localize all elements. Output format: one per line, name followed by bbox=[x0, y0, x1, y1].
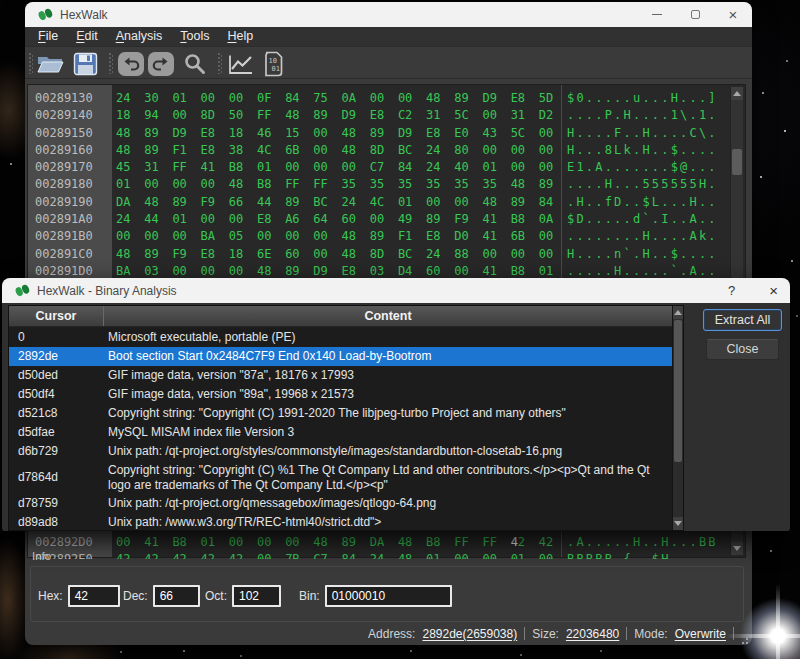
hex-byte[interactable]: 48 bbox=[426, 90, 454, 107]
ascii-text[interactable]: ....P.H....1\.1. bbox=[567, 107, 718, 124]
hex-byte[interactable]: 24 bbox=[116, 211, 144, 228]
hex-byte[interactable]: 01 bbox=[257, 159, 285, 176]
menu-item-tools[interactable]: Tools bbox=[171, 27, 218, 46]
hex-row[interactable]: 0028913024300100000F84750A00004889D9E85D… bbox=[28, 90, 731, 107]
hex-bytes[interactable]: 24300100000F84750A00004889D9E85D bbox=[116, 90, 567, 107]
hex-byte[interactable]: 31 bbox=[511, 107, 539, 124]
hex-byte[interactable]: FF bbox=[454, 534, 482, 551]
hex-byte[interactable]: 89 bbox=[454, 90, 482, 107]
hex-byte[interactable]: 00 bbox=[172, 176, 200, 193]
search-button[interactable] bbox=[180, 51, 210, 77]
hex-byte[interactable]: 7B bbox=[285, 551, 313, 559]
hex-byte[interactable]: 31 bbox=[426, 107, 454, 124]
hex-byte[interactable]: 00 bbox=[201, 176, 229, 193]
hex-byte[interactable]: 66 bbox=[229, 194, 257, 211]
hex-byte[interactable]: 24 bbox=[342, 194, 370, 211]
menu-item-analysis[interactable]: Analysis bbox=[107, 27, 172, 46]
hex-byte[interactable]: 38 bbox=[229, 142, 257, 159]
hex-byte[interactable]: 5C bbox=[454, 107, 482, 124]
resize-grip[interactable] bbox=[746, 638, 748, 640]
hex-bytes[interactable]: 2444010000E8A66460004989F941B80A bbox=[116, 211, 567, 228]
hex-byte[interactable]: C7 bbox=[313, 551, 341, 559]
hex-byte[interactable]: C7 bbox=[370, 159, 398, 176]
hex-byte[interactable]: 18 bbox=[229, 125, 257, 142]
analysis-row[interactable]: d7864dCopyright string: "Copyright (C) %… bbox=[9, 461, 672, 494]
hex-byte[interactable]: 00 bbox=[482, 246, 510, 263]
hex-byte[interactable]: 35 bbox=[398, 176, 426, 193]
ascii-text[interactable]: H....n`.H..$.... bbox=[567, 246, 718, 263]
close-dialog-button[interactable]: Close bbox=[706, 339, 779, 360]
hex-byte[interactable]: 48 bbox=[342, 125, 370, 142]
redo-button[interactable] bbox=[147, 51, 175, 77]
size-value[interactable]: 22036480 bbox=[566, 627, 619, 641]
open-file-button[interactable] bbox=[35, 51, 65, 77]
hex-byte[interactable]: 01 bbox=[426, 551, 454, 559]
hex-row[interactable]: 002891C04889F9E8186E6000488DBC2488000000… bbox=[28, 246, 731, 263]
hex-byte[interactable]: 60 bbox=[285, 246, 313, 263]
hex-row[interactable]: 002891704531FF41B801000000C7842440010000… bbox=[28, 159, 731, 176]
maximize-button[interactable] bbox=[676, 2, 714, 27]
toolbar-handle[interactable] bbox=[109, 53, 113, 74]
hex-byte[interactable]: C2 bbox=[398, 107, 426, 124]
hex-byte[interactable]: 6B bbox=[285, 142, 313, 159]
hex-byte[interactable]: 46 bbox=[257, 125, 285, 142]
hex-byte[interactable]: 84 bbox=[285, 90, 313, 107]
hex-byte[interactable]: E8 bbox=[426, 125, 454, 142]
hex-byte[interactable]: 00 bbox=[172, 107, 200, 124]
hex-byte[interactable]: 35 bbox=[342, 176, 370, 193]
hex-byte[interactable]: 00 bbox=[313, 228, 341, 245]
hex-byte[interactable]: 42 bbox=[229, 551, 257, 559]
hex-byte[interactable]: 31 bbox=[144, 159, 172, 176]
hex-byte[interactable]: 64 bbox=[313, 211, 341, 228]
hex-byte[interactable]: 50 bbox=[229, 107, 257, 124]
hex-byte[interactable]: 05 bbox=[229, 228, 257, 245]
hex-byte[interactable]: F1 bbox=[172, 142, 200, 159]
hex-byte[interactable]: 00 bbox=[482, 107, 510, 124]
hex-byte[interactable]: 48 bbox=[342, 228, 370, 245]
hex-byte[interactable]: 48 bbox=[342, 142, 370, 159]
hex-byte[interactable]: 89 bbox=[172, 194, 200, 211]
hex-byte[interactable]: 01 bbox=[201, 534, 229, 551]
hex-byte[interactable]: 0A bbox=[539, 211, 567, 228]
menu-item-file[interactable]: File bbox=[29, 27, 67, 46]
address-value[interactable]: 2892de(2659038) bbox=[422, 627, 517, 641]
hex-byte[interactable]: 89 bbox=[511, 194, 539, 211]
ascii-text[interactable]: H....F..H....C\. bbox=[567, 125, 718, 142]
hex-byte[interactable]: 24 bbox=[116, 90, 144, 107]
info-field-input[interactable]: 66 bbox=[153, 585, 200, 607]
hex-byte[interactable]: E8 bbox=[426, 228, 454, 245]
cursor-nibble[interactable]: 4 bbox=[511, 535, 518, 549]
hex-byte[interactable]: 42 bbox=[116, 551, 144, 559]
mode-value[interactable]: Overwrite bbox=[675, 627, 726, 641]
hex-byte[interactable]: E8 bbox=[201, 142, 229, 159]
hex-byte[interactable]: 00 bbox=[285, 534, 313, 551]
hex-byte[interactable]: 48 bbox=[342, 246, 370, 263]
hex-byte[interactable]: 24 bbox=[370, 551, 398, 559]
hex-byte[interactable]: 42 bbox=[511, 534, 539, 551]
scroll-down-icon[interactable] bbox=[673, 517, 683, 530]
hex-byte[interactable]: 24 bbox=[426, 246, 454, 263]
hex-byte[interactable]: 00 bbox=[313, 159, 341, 176]
hex-byte[interactable]: 00 bbox=[201, 211, 229, 228]
hex-byte[interactable]: 00 bbox=[313, 125, 341, 142]
hex-byte[interactable]: 80 bbox=[454, 142, 482, 159]
hex-byte[interactable]: 4C bbox=[370, 194, 398, 211]
hex-row[interactable]: 00289190DA4889F9664489BC244C010000488984… bbox=[28, 194, 731, 211]
hex-byte[interactable]: 48 bbox=[398, 551, 426, 559]
hex-byte[interactable]: 89 bbox=[342, 534, 370, 551]
hex-byte[interactable]: 48 bbox=[398, 534, 426, 551]
hex-byte[interactable]: A6 bbox=[285, 211, 313, 228]
minimize-button[interactable] bbox=[638, 2, 676, 27]
hex-byte[interactable]: 8D bbox=[370, 142, 398, 159]
hex-byte[interactable]: B8 bbox=[426, 534, 454, 551]
undo-button[interactable] bbox=[117, 51, 145, 77]
hex-byte[interactable]: 42 bbox=[172, 551, 200, 559]
ascii-text[interactable]: .H..fD..$L...H.. bbox=[567, 194, 718, 211]
hex-byte[interactable]: 94 bbox=[144, 107, 172, 124]
analysis-row[interactable]: d78759Unix path: /qt-project.org/qmessag… bbox=[9, 494, 672, 513]
hex-byte[interactable]: D9 bbox=[398, 125, 426, 142]
menu-item-help[interactable]: Help bbox=[218, 27, 262, 46]
hex-byte[interactable]: 00 bbox=[229, 534, 257, 551]
hex-byte[interactable]: B8 bbox=[257, 176, 285, 193]
analysis-row[interactable]: d50dedGIF image data, version "87a", 181… bbox=[9, 366, 672, 385]
